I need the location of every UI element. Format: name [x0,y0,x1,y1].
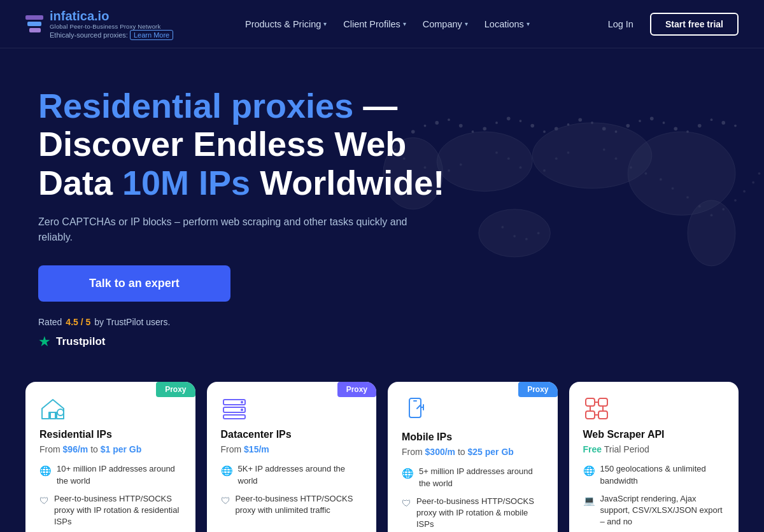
navbar: infatica.io Global Peer-to-Business Prox… [0,0,764,48]
svg-point-25 [711,118,713,121]
svg-point-47 [615,157,618,160]
svg-point-58 [752,181,754,184]
svg-point-6 [483,127,486,130]
hero-title: Residential proxies — Discover Endless W… [38,87,471,202]
nav-products[interactable]: Products & Pricing ▾ [239,15,333,33]
svg-point-56 [734,199,737,202]
learn-more-link[interactable]: Learn More [130,30,173,40]
card-header-scraper [583,396,725,420]
card-price-mobile: From $300/m to $25 per Gb [402,447,544,457]
card-price-residential: From $96/m to $1 per Gb [39,444,181,454]
hero-title-part3: 10M IPs [122,164,250,202]
proxy-badge-residential: Proxy [156,382,195,397]
hero-content: Residential proxies — Discover Endless W… [38,87,471,350]
svg-point-22 [674,127,677,130]
nav-company[interactable]: Company ▾ [416,15,474,33]
shield-icon: 🛡 [402,496,411,510]
svg-point-50 [660,178,662,181]
svg-point-59 [758,172,761,175]
card-feature-1-mobile: 🌐 5+ million IP addresses around the wor… [402,466,544,489]
svg-point-55 [722,208,725,211]
card-residential: Proxy Residential IPs From $96/m to $1 p… [25,382,195,532]
code-icon: 💻 [583,494,595,507]
rating-value: 4.5 / 5 [66,317,90,327]
shield-icon: 🛡 [221,494,230,507]
svg-point-61 [513,235,516,237]
svg-point-40 [495,151,498,154]
globe-icon: 🌐 [402,466,414,480]
svg-point-9 [520,120,522,122]
svg-rect-68 [223,415,245,419]
svg-rect-64 [50,412,55,419]
card-web-scraper: Web Scraper API Free Trial Period 🌐 150 … [569,382,739,532]
svg-point-54 [711,214,713,216]
svg-point-43 [543,169,546,172]
logo: infatica.io Global Peer-to-Business Prox… [25,9,173,39]
svg-rect-75 [586,411,595,419]
svg-point-69 [241,401,243,403]
svg-point-33 [688,200,735,266]
svg-rect-74 [598,398,607,406]
scraper-icon [583,396,615,420]
cta-button[interactable]: Talk to an expert [38,265,230,302]
svg-rect-73 [586,398,595,406]
svg-point-65 [57,409,64,416]
nav-client-profiles[interactable]: Client Profiles ▾ [337,15,412,33]
login-button[interactable]: Log In [602,15,640,33]
globe-icon: 🌐 [583,464,595,477]
svg-point-63 [537,232,540,234]
proxy-badge-datacenter: Proxy [337,382,376,397]
hero-section: Residential proxies — Discover Endless W… [0,48,764,369]
card-title-residential: Residential IPs [39,429,181,440]
trial-button[interactable]: Start free trial [650,13,739,36]
datacenter-icon [221,396,248,420]
trustpilot-star-icon: ★ [38,333,51,350]
trustpilot-badge: ★ Trustpilot [38,333,471,350]
svg-point-41 [507,157,510,160]
card-mobile: Proxy Mobile IPs From $300/m to $25 per … [388,382,558,532]
card-header-mobile [402,396,544,423]
svg-point-46 [603,148,605,151]
svg-point-52 [686,196,689,199]
svg-point-44 [555,157,558,160]
brand-name: infatica.io [50,9,173,23]
hero-title-part4: Worldwide! [250,164,444,202]
svg-point-45 [567,151,570,154]
card-feature-2-mobile: 🛡 Peer-to-business HTTP/SOCKS proxy with… [402,496,544,531]
hero-subtitle: Zero CAPTCHAs or IP blocks – perform web… [38,214,407,245]
svg-point-57 [743,190,746,193]
card-feature-2-scraper: 💻 JavaScript rendering, Ajax support, CS… [583,493,725,528]
svg-point-10 [530,124,534,128]
mobile-icon [402,396,428,423]
svg-point-49 [645,172,647,175]
card-feature-2-residential: 🛡 Peer-to-business HTTP/SOCKS proxy with… [39,493,181,528]
logo-text: infatica.io Global Peer-to-Business Prox… [50,9,173,39]
globe-icon: 🌐 [39,464,52,477]
svg-point-18 [626,124,630,128]
card-price-datacenter: From $15/m [221,444,363,454]
card-title-datacenter: Datacenter IPs [221,429,363,440]
nav-locations[interactable]: Locations ▾ [478,15,536,33]
svg-point-8 [507,117,511,121]
svg-point-62 [525,238,528,241]
rating-row: Rated 4.5 / 5 by TrustPilot users. [38,317,471,327]
shield-icon: 🛡 [39,494,49,507]
card-feature-1-residential: 🌐 10+ million IP addresses around the wo… [39,463,181,486]
chevron-down-icon: ▾ [323,20,327,27]
svg-point-14 [578,118,582,122]
svg-point-7 [495,122,498,124]
svg-point-11 [543,130,546,133]
globe-icon: 🌐 [221,464,233,477]
nav-links: Products & Pricing ▾ Client Profiles ▾ C… [239,15,536,33]
svg-point-53 [698,205,701,207]
svg-point-27 [734,125,737,127]
hero-title-part1: Residential proxies [38,87,353,125]
svg-point-19 [639,120,641,122]
card-feature-1-scraper: 🌐 150 geolocations & unlimited bandwidth [583,463,725,486]
proxy-badge-mobile: Proxy [518,382,557,397]
chevron-down-icon: ▾ [403,20,406,27]
card-price-scraper: Free Trial Period [583,444,725,454]
card-header-datacenter [221,396,363,420]
svg-point-42 [520,166,522,169]
card-feature-2-datacenter: 🛡 Peer-to-business HTTP/SOCKS proxy with… [221,493,363,516]
